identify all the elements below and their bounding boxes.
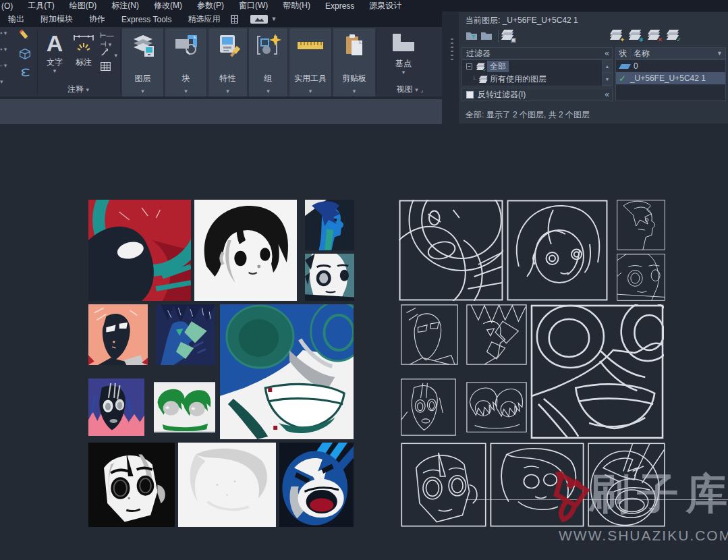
base-point-button[interactable]: 基点 ▾ [385, 31, 422, 76]
new-layer-button[interactable]: ✦ [611, 30, 624, 42]
menu-item-express[interactable]: Express [318, 1, 362, 11]
block-panel-button[interactable]: 块 ▾ [165, 28, 206, 96]
filter-tree-scrollbar[interactable]: ▲ ▼ [602, 59, 613, 86]
ribbon-tab-output[interactable]: 输出 [0, 13, 32, 25]
group-panel-button[interactable]: 组 ▾ [249, 28, 287, 96]
image-color-helmet[interactable] [88, 200, 191, 301]
table-button[interactable] [100, 61, 117, 76]
properties-panel-label: 特性 [208, 73, 247, 84]
image-line-goggles[interactable] [530, 304, 664, 439]
image-color-green-twins[interactable] [154, 382, 215, 432]
chevron-down-icon[interactable]: ▾ [165, 88, 206, 94]
invert-filter-checkbox[interactable] [466, 91, 474, 99]
layer-states-manager-button[interactable]: ▣ [502, 30, 515, 42]
layer-name: _U+56FE_U+5C42 1 [630, 74, 706, 83]
ribbon-display-toggle-button[interactable] [250, 15, 268, 24]
menu-item-tools[interactable]: 工具(T) [20, 0, 61, 11]
delete-layer-button[interactable]: ✕ [648, 30, 662, 42]
image-line-girl[interactable] [507, 200, 608, 301]
chevron-down-icon[interactable]: ▼ [717, 51, 725, 57]
image-color-salmon-face[interactable] [88, 304, 148, 365]
menu-item-parametric[interactable]: 参数(P) [190, 0, 231, 11]
layer-status-swatch [619, 64, 631, 69]
scroll-down-button[interactable]: ▼ [603, 73, 612, 86]
dimension-tool-button[interactable]: 标注 [70, 30, 97, 68]
image-color-girl-white[interactable] [194, 200, 297, 301]
image-color-screamer[interactable] [279, 443, 354, 527]
scroll-up-button[interactable]: ▲ [603, 60, 612, 73]
eraser-pencil-button[interactable] [18, 28, 35, 46]
image-color-annoyed-face[interactable] [305, 254, 354, 301]
filter-used-row[interactable]: └ 所有使用的图层 [462, 73, 612, 86]
clipped-tool-button[interactable]: ▾ [0, 78, 15, 94]
clipped-tool-button[interactable]: ▪ ▾ [0, 46, 15, 62]
image-line-twins[interactable] [466, 382, 527, 432]
chevron-down-icon[interactable]: ▾ [122, 88, 163, 94]
spline-button[interactable] [18, 65, 35, 82]
status-column-header[interactable]: 状 [616, 48, 631, 59]
layers-icon [130, 32, 157, 59]
image-line-navy[interactable] [466, 304, 527, 365]
image-line-helmet[interactable] [399, 200, 503, 301]
image-color-dark-girl[interactable] [88, 443, 175, 527]
menu-item-draw[interactable]: 绘图(D) [62, 0, 105, 11]
new-frozen-layer-button[interactable]: ❄ [629, 30, 643, 42]
drawing-canvas[interactable]: 刷子库 WWW.SHUAZIKU.COM [0, 124, 728, 560]
tree-collapse-icon[interactable]: − [466, 63, 472, 69]
layer-row-0[interactable]: 0 [616, 60, 725, 72]
view-group-label[interactable]: 视图 ▾ ⌟ [378, 84, 442, 95]
leader-button[interactable]: ▾ [100, 46, 117, 61]
new-layer-icon: ✦ [611, 30, 623, 40]
image-line-dark-girl[interactable] [401, 443, 486, 527]
dim-line-button[interactable]: ⊢—⊣ ▾ [100, 31, 117, 46]
chevron-down-icon[interactable]: ▾ [289, 88, 331, 94]
clipped-tool-button[interactable]: ▪ ▾ [0, 30, 15, 46]
chevron-down-icon[interactable]: ▼ [271, 16, 277, 22]
collapse-filters-icon[interactable]: « [605, 49, 608, 58]
menu-item-window[interactable]: 窗口(W) [231, 0, 275, 11]
image-line-purple-girl[interactable] [401, 379, 456, 436]
new-group-filter-button[interactable] [480, 30, 494, 42]
image-line-annoyed[interactable] [617, 254, 665, 301]
ribbon-tab-express-tools[interactable]: Express Tools [113, 15, 179, 24]
chevron-down-icon[interactable]: ▾ [208, 88, 247, 94]
chevron-down-icon[interactable]: ▾ [249, 88, 287, 94]
chevron-down-icon[interactable]: ▾ [333, 88, 375, 94]
image-color-goggles-face[interactable] [220, 304, 354, 439]
menu-item-dimension[interactable]: 标注(N) [104, 0, 146, 11]
image-color-blue-profile[interactable] [305, 200, 354, 250]
image-color-navy-face[interactable] [156, 304, 215, 365]
ribbon-tab-addins[interactable]: 附加模块 [32, 13, 81, 25]
menu-item-format[interactable]: (O) [0, 1, 20, 11]
layer-row-current[interactable]: ✓ _U+56FE_U+5C42 1 [616, 72, 725, 84]
palette-toolbar: ▣ ✦ ❄ ✕ ✓ [459, 28, 728, 45]
image-line-profile[interactable] [617, 200, 665, 250]
ribbon-tab-featured-apps[interactable]: 精选应用 [179, 13, 228, 25]
menu-item-help[interactable]: 帮助(H) [275, 0, 318, 11]
image-color-pale-sketch[interactable] [178, 443, 276, 527]
text-tool-button[interactable]: A 文字 ▾ [42, 30, 67, 74]
cube-3d-button[interactable] [18, 46, 35, 65]
layers-panel-button[interactable]: 图层 ▾ [122, 28, 163, 96]
palette-grip[interactable] [451, 38, 453, 61]
filter-all-row[interactable]: − ✓ 全部 [462, 60, 612, 73]
layer-stack-icon: ✓ [477, 63, 486, 70]
annotate-group-label[interactable]: 注释 ▾ [38, 84, 119, 95]
clipped-tool-column: ▪ ▾ ▪ ▾ ▫ ▾ ▾ [0, 30, 15, 94]
image-line-salmon[interactable] [401, 304, 458, 365]
utilities-panel-button[interactable]: 实用工具 ▾ [289, 28, 331, 96]
name-column-header[interactable]: 名称 [631, 48, 717, 59]
brush-logo-icon [552, 470, 594, 522]
set-current-layer-button[interactable]: ✓ [667, 30, 681, 42]
collapse-icon[interactable]: « [605, 90, 608, 99]
clipboard-panel-button[interactable]: 剪贴板 ▾ [333, 28, 375, 96]
menu-item-modify[interactable]: 修改(M) [146, 0, 190, 11]
properties-panel-button[interactable]: 特性 ▾ [208, 28, 247, 96]
dialog-launcher-icon[interactable]: ⌟ [420, 86, 423, 93]
text-tool-label: 文字 [42, 57, 67, 68]
clipped-tool-button[interactable]: ▫ ▾ [0, 62, 15, 78]
new-property-filter-button[interactable] [466, 30, 479, 42]
ribbon-tab-collaborate[interactable]: 协作 [81, 13, 113, 25]
menu-item-yuanquan[interactable]: 源泉设计 [362, 0, 409, 11]
image-color-purple-girl[interactable] [88, 379, 144, 436]
